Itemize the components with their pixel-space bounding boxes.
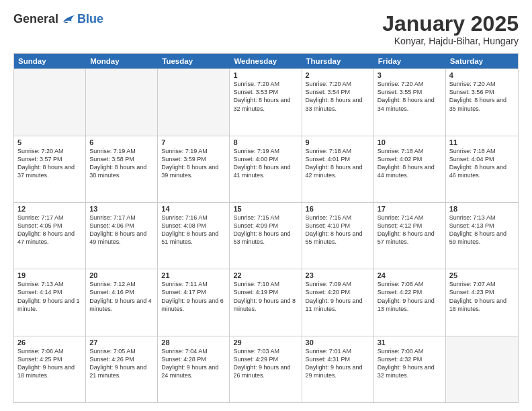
day-info-10: Sunrise: 7:18 AM Sunset: 4:02 PM Dayligh… bbox=[378, 147, 442, 180]
calendar-cell-0-5: 3Sunrise: 7:20 AM Sunset: 3:55 PM Daylig… bbox=[374, 69, 446, 135]
day-info-23: Sunrise: 7:09 AM Sunset: 4:20 PM Dayligh… bbox=[306, 280, 370, 313]
day-number-31: 31 bbox=[378, 338, 442, 347]
logo-bird-icon bbox=[61, 13, 76, 26]
day-info-2: Sunrise: 7:20 AM Sunset: 3:54 PM Dayligh… bbox=[306, 80, 370, 113]
day-number-21: 21 bbox=[161, 271, 226, 279]
calendar-cell-1-0: 5Sunrise: 7:20 AM Sunset: 3:57 PM Daylig… bbox=[14, 136, 86, 202]
calendar-cell-1-4: 9Sunrise: 7:18 AM Sunset: 4:01 PM Daylig… bbox=[302, 136, 374, 202]
day-info-30: Sunrise: 7:01 AM Sunset: 4:31 PM Dayligh… bbox=[306, 347, 370, 380]
day-number-17: 17 bbox=[378, 205, 442, 213]
location: Konyar, Hajdu-Bihar, Hungary bbox=[382, 36, 519, 46]
day-info-18: Sunrise: 7:13 AM Sunset: 4:13 PM Dayligh… bbox=[449, 214, 515, 246]
day-info-31: Sunrise: 7:00 AM Sunset: 4:32 PM Dayligh… bbox=[378, 347, 442, 380]
logo-general-text: General bbox=[13, 12, 58, 26]
day-number-26: 26 bbox=[17, 338, 82, 347]
day-number-9: 9 bbox=[306, 138, 370, 146]
day-number-30: 30 bbox=[306, 338, 370, 347]
header-friday: Friday bbox=[374, 54, 446, 68]
day-info-13: Sunrise: 7:17 AM Sunset: 4:06 PM Dayligh… bbox=[89, 214, 154, 246]
day-number-22: 22 bbox=[233, 271, 298, 279]
calendar-cell-1-3: 8Sunrise: 7:19 AM Sunset: 4:00 PM Daylig… bbox=[230, 136, 302, 202]
calendar-cell-2-2: 14Sunrise: 7:16 AM Sunset: 4:08 PM Dayli… bbox=[158, 203, 230, 269]
calendar-week-4: 19Sunrise: 7:13 AM Sunset: 4:14 PM Dayli… bbox=[14, 269, 518, 335]
calendar-week-5: 26Sunrise: 7:06 AM Sunset: 4:25 PM Dayli… bbox=[14, 336, 518, 402]
day-info-17: Sunrise: 7:14 AM Sunset: 4:12 PM Dayligh… bbox=[378, 214, 442, 246]
header: General Blue January 2025 Konyar, Hajdu-… bbox=[13, 12, 519, 46]
logo: General Blue bbox=[13, 12, 103, 26]
day-info-29: Sunrise: 7:03 AM Sunset: 4:29 PM Dayligh… bbox=[233, 347, 298, 380]
calendar-week-2: 5Sunrise: 7:20 AM Sunset: 3:57 PM Daylig… bbox=[14, 136, 518, 202]
header-wednesday: Wednesday bbox=[230, 54, 302, 68]
day-number-6: 6 bbox=[89, 138, 154, 146]
calendar-body: 1Sunrise: 7:20 AM Sunset: 3:53 PM Daylig… bbox=[14, 68, 518, 402]
calendar-cell-3-2: 21Sunrise: 7:11 AM Sunset: 4:17 PM Dayli… bbox=[158, 269, 230, 335]
calendar-cell-4-3: 29Sunrise: 7:03 AM Sunset: 4:29 PM Dayli… bbox=[230, 336, 302, 402]
day-number-4: 4 bbox=[449, 71, 515, 79]
day-info-5: Sunrise: 7:20 AM Sunset: 3:57 PM Dayligh… bbox=[17, 147, 82, 180]
calendar-cell-3-4: 23Sunrise: 7:09 AM Sunset: 4:20 PM Dayli… bbox=[302, 269, 374, 335]
day-number-8: 8 bbox=[233, 138, 298, 146]
calendar-cell-4-0: 26Sunrise: 7:06 AM Sunset: 4:25 PM Dayli… bbox=[14, 336, 86, 402]
calendar-cell-2-0: 12Sunrise: 7:17 AM Sunset: 4:05 PM Dayli… bbox=[14, 203, 86, 269]
calendar-cell-1-1: 6Sunrise: 7:19 AM Sunset: 3:58 PM Daylig… bbox=[86, 136, 158, 202]
day-number-2: 2 bbox=[306, 71, 370, 79]
day-info-7: Sunrise: 7:19 AM Sunset: 3:59 PM Dayligh… bbox=[161, 147, 226, 180]
header-tuesday: Tuesday bbox=[158, 54, 230, 68]
calendar-cell-2-5: 17Sunrise: 7:14 AM Sunset: 4:12 PM Dayli… bbox=[374, 203, 446, 269]
title-block: January 2025 Konyar, Hajdu-Bihar, Hungar… bbox=[382, 12, 519, 46]
calendar-cell-2-1: 13Sunrise: 7:17 AM Sunset: 4:06 PM Dayli… bbox=[86, 203, 158, 269]
day-number-7: 7 bbox=[161, 138, 226, 146]
day-info-15: Sunrise: 7:15 AM Sunset: 4:09 PM Dayligh… bbox=[233, 214, 298, 246]
day-number-11: 11 bbox=[449, 138, 515, 146]
day-number-15: 15 bbox=[233, 205, 298, 213]
day-info-11: Sunrise: 7:18 AM Sunset: 4:04 PM Dayligh… bbox=[449, 147, 515, 180]
day-info-22: Sunrise: 7:10 AM Sunset: 4:19 PM Dayligh… bbox=[233, 280, 298, 313]
calendar-cell-3-3: 22Sunrise: 7:10 AM Sunset: 4:19 PM Dayli… bbox=[230, 269, 302, 335]
day-info-14: Sunrise: 7:16 AM Sunset: 4:08 PM Dayligh… bbox=[161, 214, 226, 246]
day-number-14: 14 bbox=[161, 205, 226, 213]
calendar-header: Sunday Monday Tuesday Wednesday Thursday… bbox=[14, 54, 518, 68]
day-number-24: 24 bbox=[378, 271, 442, 279]
day-number-25: 25 bbox=[449, 271, 515, 279]
calendar-cell-2-3: 15Sunrise: 7:15 AM Sunset: 4:09 PM Dayli… bbox=[230, 203, 302, 269]
calendar-cell-0-6: 4Sunrise: 7:20 AM Sunset: 3:56 PM Daylig… bbox=[446, 69, 518, 135]
calendar-cell-0-3: 1Sunrise: 7:20 AM Sunset: 3:53 PM Daylig… bbox=[230, 69, 302, 135]
day-info-12: Sunrise: 7:17 AM Sunset: 4:05 PM Dayligh… bbox=[17, 214, 82, 246]
calendar-cell-3-5: 24Sunrise: 7:08 AM Sunset: 4:22 PM Dayli… bbox=[374, 269, 446, 335]
header-saturday: Saturday bbox=[446, 54, 518, 68]
calendar-cell-4-2: 28Sunrise: 7:04 AM Sunset: 4:28 PM Dayli… bbox=[158, 336, 230, 402]
day-number-28: 28 bbox=[161, 338, 226, 347]
calendar-cell-3-0: 19Sunrise: 7:13 AM Sunset: 4:14 PM Dayli… bbox=[14, 269, 86, 335]
day-number-5: 5 bbox=[17, 138, 82, 146]
calendar-week-1: 1Sunrise: 7:20 AM Sunset: 3:53 PM Daylig… bbox=[14, 68, 518, 135]
calendar-cell-0-2 bbox=[158, 69, 230, 135]
calendar-cell-3-6: 25Sunrise: 7:07 AM Sunset: 4:23 PM Dayli… bbox=[446, 269, 518, 335]
day-number-1: 1 bbox=[233, 71, 298, 79]
day-info-24: Sunrise: 7:08 AM Sunset: 4:22 PM Dayligh… bbox=[378, 280, 442, 313]
day-info-8: Sunrise: 7:19 AM Sunset: 4:00 PM Dayligh… bbox=[233, 147, 298, 180]
day-number-20: 20 bbox=[89, 271, 154, 279]
calendar-cell-4-4: 30Sunrise: 7:01 AM Sunset: 4:31 PM Dayli… bbox=[302, 336, 374, 402]
day-number-13: 13 bbox=[89, 205, 154, 213]
calendar-cell-0-1 bbox=[86, 69, 158, 135]
day-info-20: Sunrise: 7:12 AM Sunset: 4:16 PM Dayligh… bbox=[89, 280, 154, 313]
day-info-26: Sunrise: 7:06 AM Sunset: 4:25 PM Dayligh… bbox=[17, 347, 82, 380]
day-info-16: Sunrise: 7:15 AM Sunset: 4:10 PM Dayligh… bbox=[306, 214, 370, 246]
day-number-23: 23 bbox=[306, 271, 370, 279]
calendar-cell-1-5: 10Sunrise: 7:18 AM Sunset: 4:02 PM Dayli… bbox=[374, 136, 446, 202]
calendar-cell-2-4: 16Sunrise: 7:15 AM Sunset: 4:10 PM Dayli… bbox=[302, 203, 374, 269]
day-info-21: Sunrise: 7:11 AM Sunset: 4:17 PM Dayligh… bbox=[161, 280, 226, 313]
calendar-cell-2-6: 18Sunrise: 7:13 AM Sunset: 4:13 PM Dayli… bbox=[446, 203, 518, 269]
day-number-10: 10 bbox=[378, 138, 442, 146]
day-info-27: Sunrise: 7:05 AM Sunset: 4:26 PM Dayligh… bbox=[89, 347, 154, 380]
calendar-week-3: 12Sunrise: 7:17 AM Sunset: 4:05 PM Dayli… bbox=[14, 202, 518, 269]
logo-blue-text: Blue bbox=[77, 12, 103, 26]
page: General Blue January 2025 Konyar, Hajdu-… bbox=[0, 0, 532, 411]
header-thursday: Thursday bbox=[302, 54, 374, 68]
calendar-cell-0-4: 2Sunrise: 7:20 AM Sunset: 3:54 PM Daylig… bbox=[302, 69, 374, 135]
day-number-27: 27 bbox=[89, 338, 154, 347]
header-sunday: Sunday bbox=[14, 54, 86, 68]
calendar-cell-0-0 bbox=[14, 69, 86, 135]
calendar-cell-4-1: 27Sunrise: 7:05 AM Sunset: 4:26 PM Dayli… bbox=[86, 336, 158, 402]
day-number-19: 19 bbox=[17, 271, 82, 279]
